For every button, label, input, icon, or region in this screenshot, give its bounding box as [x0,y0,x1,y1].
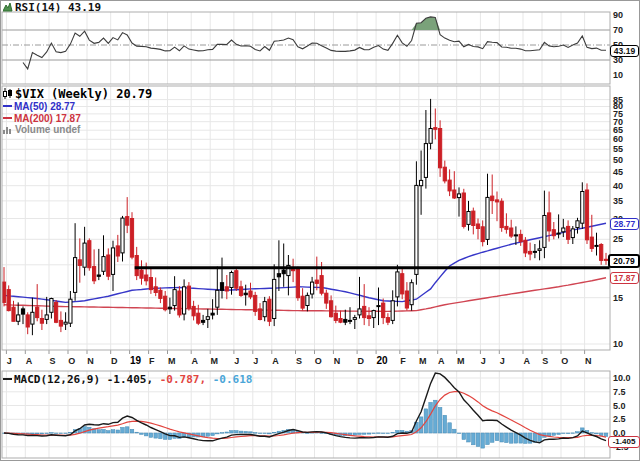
macd-line-swatch [3,378,12,380]
svg-text:10: 10 [613,70,623,80]
svg-text:A: A [272,356,279,366]
svg-text:20: 20 [376,355,388,366]
svg-text:J: J [253,356,258,366]
volume-bars-icon [3,125,13,134]
volume-label: Volume [15,124,50,135]
ma200-legend: MA(200) 17.87 [3,113,152,125]
svg-text:S: S [542,356,548,366]
symbol-label: $VIX (Weekly) [15,87,109,101]
svg-text:D: D [111,356,118,366]
ma200-label: MA(200) [14,113,53,124]
svg-text:19: 19 [130,355,142,366]
svg-text:J: J [7,356,12,366]
symbol-last-value: 20.79 [116,87,152,101]
svg-text:50: 50 [613,155,623,165]
svg-text:5.0: 5.0 [613,401,626,411]
svg-text:O: O [561,356,568,366]
ma50-line-swatch [3,105,12,107]
rsi-legend: RSI(14) 43.19 [3,1,101,14]
symbol-line: $VIX (Weekly) 20.79 [3,88,152,101]
ma200-last-value-box: 17.87 [610,272,639,284]
chart-canvas: 9070503010858075706560555045403530252015… [0,0,640,461]
volume-legend: Volume undef [3,124,152,136]
svg-text:60: 60 [613,134,623,144]
svg-text:10: 10 [613,339,623,349]
macd-last-value-box: -1.405 [608,436,640,448]
svg-text:7.5: 7.5 [613,387,626,397]
svg-text:15: 15 [613,293,623,303]
svg-text:O: O [315,356,322,366]
svg-text:90: 90 [613,10,623,20]
svg-text:A: A [192,356,199,366]
svg-text:45: 45 [613,167,623,177]
svg-text:A: A [523,356,530,366]
svg-text:S: S [296,356,302,366]
ma200-line-swatch [3,117,12,119]
svg-text:70: 70 [613,25,623,35]
rsi-value: 43.19 [68,1,101,14]
svg-text:M: M [457,356,465,366]
svg-text:10.0: 10.0 [613,373,631,383]
svg-text:N: N [334,356,341,366]
candlestick-icon [3,88,13,99]
macd-value: -1.405, [107,373,153,386]
ma50-last-value-box: 28.77 [610,218,639,230]
svg-text:25: 25 [613,234,623,244]
svg-text:J: J [500,356,505,366]
svg-text:N: N [87,356,94,366]
svg-text:A: A [438,356,445,366]
svg-text:F: F [400,356,406,366]
ma50-label: MA(50) [14,101,47,112]
vix-weekly-stockchart: 9070503010858075706560555045403530252015… [0,0,640,461]
svg-text:M: M [211,356,219,366]
svg-text:S: S [49,356,55,366]
price-legend: $VIX (Weekly) 20.79 MA(50) 28.77 MA(200)… [3,88,152,136]
svg-text:F: F [149,356,155,366]
svg-text:2.5: 2.5 [613,414,626,424]
svg-text:J: J [481,356,486,366]
svg-text:40: 40 [613,181,623,191]
rsi-label: RSI(14) [15,1,61,14]
macd-label: MACD(12,26,9) [14,373,100,386]
svg-text:35: 35 [613,196,623,206]
price-last-value-box: 20.79 [608,254,640,268]
volume-value: undef [53,124,80,135]
macd-signal-value: -0.787, [160,373,206,386]
svg-text:M: M [419,356,427,366]
svg-text:D: D [358,356,365,366]
ma50-value: 28.77 [50,101,75,112]
svg-text:O: O [68,356,75,366]
svg-text:N: N [585,356,592,366]
macd-legend: MACD(12,26,9) -1.405, -0.787, -0.618 [3,373,252,386]
svg-text:J: J [234,356,239,366]
ma200-value: 17.87 [56,113,81,124]
ma50-legend: MA(50) 28.77 [3,101,152,113]
macd-hist-value: -0.618 [213,373,253,386]
area-chart-icon [3,2,13,12]
svg-text:55: 55 [613,144,623,154]
rsi-last-value-box: 43.19 [610,45,639,57]
svg-text:A: A [26,356,33,366]
svg-text:M: M [168,356,176,366]
